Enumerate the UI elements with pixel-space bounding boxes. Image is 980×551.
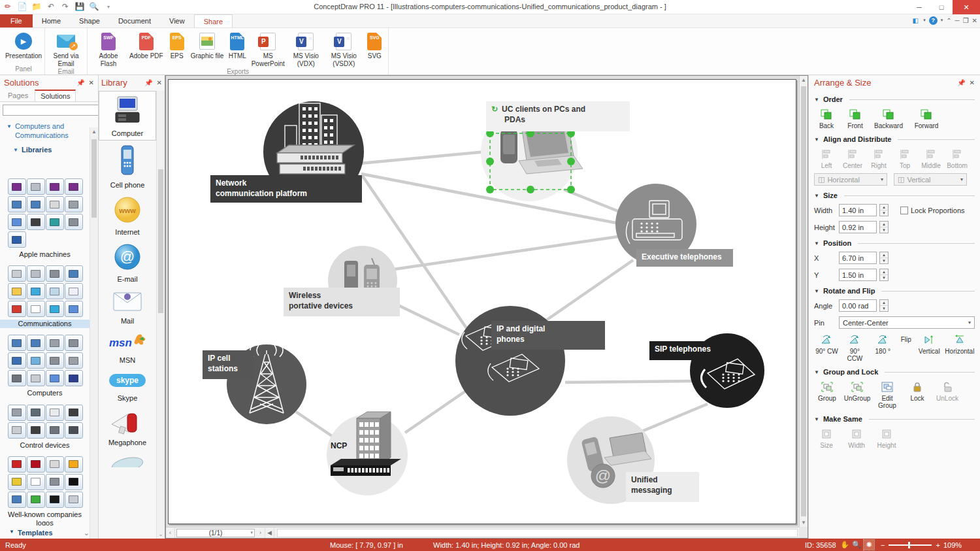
backward-button[interactable]: Backward bbox=[872, 109, 906, 129]
height-spinner[interactable]: ▲▼ bbox=[879, 221, 889, 233]
library-thumbnail[interactable] bbox=[8, 456, 26, 473]
library-thumbnail[interactable] bbox=[46, 456, 64, 473]
section-header-group-and-lock[interactable]: ▼Group and Lock bbox=[814, 368, 975, 376]
library-item-megaphone[interactable]: Megaphone bbox=[99, 405, 156, 449]
tab-shape[interactable]: Shape bbox=[70, 14, 109, 27]
pin-dropdown[interactable]: Center-Center▾ bbox=[839, 316, 975, 329]
library-thumbnail[interactable] bbox=[8, 265, 26, 282]
library-thumbnail[interactable] bbox=[27, 370, 45, 386]
pin-icon[interactable]: 📌 bbox=[957, 79, 965, 86]
library-thumbnail[interactable] bbox=[46, 196, 64, 212]
library-scrollbar[interactable]: ⌄ bbox=[156, 91, 165, 539]
page-indicator[interactable]: (1/1) ▾ bbox=[176, 529, 255, 537]
tab-view[interactable]: View bbox=[160, 14, 194, 27]
y-input[interactable]: 1.50 in bbox=[839, 269, 877, 281]
section-header-size[interactable]: ▼Size bbox=[814, 192, 975, 199]
library-item-computer[interactable]: Computer bbox=[99, 91, 156, 141]
library-thumbnail[interactable] bbox=[46, 214, 64, 230]
diagram-label-ip[interactable]: IP and digitalphones bbox=[491, 321, 605, 350]
library-thumbnail[interactable] bbox=[46, 283, 64, 299]
library-thumbnail[interactable] bbox=[65, 352, 83, 369]
drawing-viewport[interactable]: @Networkcommunication platform↻UC client… bbox=[166, 76, 799, 527]
height-input[interactable]: 0.92 in bbox=[839, 221, 877, 233]
library-thumbnail[interactable] bbox=[8, 178, 26, 195]
tab-share[interactable]: Share bbox=[194, 14, 233, 27]
library-thumbnail[interactable] bbox=[27, 196, 45, 212]
close-icon[interactable]: ✕ bbox=[157, 79, 162, 86]
zoom-out-icon[interactable]: − bbox=[881, 541, 885, 549]
horizontal-button[interactable]: Horizontal bbox=[945, 334, 975, 355]
zoom-area-icon[interactable]: 🔍 bbox=[851, 540, 862, 550]
selection-handle[interactable] bbox=[486, 186, 494, 193]
library-thumbnail[interactable] bbox=[8, 405, 26, 421]
library-item-msn[interactable]: msnMSN bbox=[99, 327, 156, 367]
library-thumbnail[interactable] bbox=[8, 492, 26, 508]
panel-layout-icon[interactable]: ◧ bbox=[911, 16, 920, 25]
solutions-tab-pages[interactable]: Pages bbox=[3, 90, 33, 101]
front-button[interactable]: Front bbox=[843, 109, 868, 129]
forward-button[interactable]: Forward bbox=[909, 109, 943, 129]
zoom-in-icon[interactable]: + bbox=[936, 541, 939, 549]
connector-line[interactable] bbox=[296, 412, 332, 436]
library-thumbnail[interactable] bbox=[65, 283, 83, 299]
back-button[interactable]: Back bbox=[814, 109, 839, 129]
library-thumbnail[interactable] bbox=[27, 352, 45, 369]
library-thumbnail[interactable] bbox=[8, 301, 26, 317]
90-ccw-button[interactable]: 90° CCW bbox=[842, 334, 868, 362]
library-thumbnail[interactable] bbox=[65, 178, 83, 195]
pan-hand-icon[interactable]: ✋ bbox=[840, 540, 850, 550]
library-thumbnail[interactable] bbox=[46, 335, 64, 351]
library-thumbnail[interactable] bbox=[27, 265, 45, 282]
ribbon-button-send-via-email[interactable]: ↗Send via Email bbox=[47, 31, 85, 68]
solutions-search-input[interactable] bbox=[3, 105, 99, 116]
vertical-button[interactable]: Vertical bbox=[917, 334, 942, 355]
group-button[interactable]: Group bbox=[814, 381, 840, 402]
library-thumbnail[interactable] bbox=[65, 474, 83, 490]
vertical-scrollbar[interactable]: ▲ ▼ bbox=[799, 76, 808, 527]
library-thumbnail[interactable] bbox=[27, 422, 45, 439]
library-thumbnail[interactable] bbox=[8, 231, 26, 248]
ribbon-button-presentation[interactable]: ▶Presentation bbox=[5, 31, 42, 61]
tab-file[interactable]: File bbox=[0, 14, 33, 27]
doc-close-icon[interactable]: ✕ bbox=[972, 17, 977, 24]
drawing-page[interactable]: @Networkcommunication platform↻UC client… bbox=[168, 79, 796, 524]
pin-icon[interactable]: 📌 bbox=[144, 79, 152, 86]
library-section-caption[interactable]: Communications bbox=[0, 320, 90, 328]
lock-button[interactable]: Lock bbox=[904, 381, 930, 402]
ribbon-button-eps[interactable]: EPSEPS bbox=[165, 31, 189, 61]
connector-line[interactable] bbox=[565, 381, 692, 382]
x-spinner[interactable]: ▲▼ bbox=[879, 252, 889, 264]
library-thumbnail[interactable] bbox=[46, 405, 64, 421]
library-thumbnail[interactable] bbox=[65, 492, 83, 508]
diagram-label-exec[interactable]: Executive telephones bbox=[636, 249, 733, 267]
minimize-icon[interactable]: ─ bbox=[908, 0, 930, 14]
180--button[interactable]: 180 ° bbox=[870, 334, 896, 355]
library-thumbnail[interactable] bbox=[65, 422, 83, 439]
solutions-scrollbar[interactable]: ▲ bbox=[90, 127, 98, 539]
library-thumbnail[interactable] bbox=[46, 474, 64, 490]
fit-page-icon[interactable]: ✺ bbox=[864, 540, 874, 550]
tree-item-computers-and-communications[interactable]: ▼Computers and Communications bbox=[7, 122, 95, 141]
connector-line[interactable] bbox=[394, 237, 618, 269]
checkbox-icon[interactable] bbox=[900, 207, 908, 214]
collapse-ribbon-icon[interactable]: ⌃ bbox=[946, 17, 951, 24]
pin-icon[interactable]: 📌 bbox=[76, 79, 84, 86]
library-item-bottle[interactable] bbox=[99, 449, 156, 471]
edit-group-button[interactable]: Edit Group bbox=[874, 381, 900, 409]
library-thumbnail[interactable] bbox=[46, 178, 64, 195]
doc-minimize-icon[interactable]: ─ bbox=[955, 17, 960, 24]
section-header-make-same[interactable]: ▼Make Same bbox=[814, 415, 975, 423]
library-thumbnail[interactable] bbox=[27, 301, 45, 317]
section-header-align-and-distribute[interactable]: ▼Align and Distribute bbox=[814, 135, 975, 143]
angle-spinner[interactable]: ▲▼ bbox=[879, 299, 889, 312]
section-header-rotate-and-flip[interactable]: ▼Rotate and Flip bbox=[814, 287, 975, 295]
width-input[interactable]: 1.40 in bbox=[839, 204, 877, 216]
library-thumbnail[interactable] bbox=[46, 370, 64, 386]
section-header-order[interactable]: ▼Order bbox=[814, 95, 975, 103]
library-thumbnail[interactable] bbox=[27, 178, 45, 195]
ribbon-button-adobe-flash[interactable]: SWFAdobe Flash bbox=[90, 31, 127, 68]
library-thumbnail[interactable] bbox=[27, 405, 45, 421]
diagram-label-platform[interactable]: Networkcommunication platform bbox=[210, 175, 362, 203]
next-page-icon[interactable]: › bbox=[256, 527, 265, 538]
zoom-slider[interactable] bbox=[889, 544, 932, 546]
